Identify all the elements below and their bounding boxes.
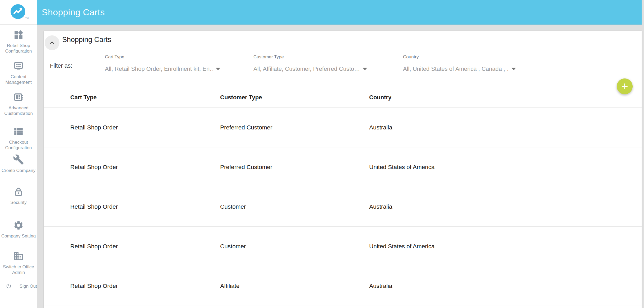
cell-cart-type: Retail Shop Order xyxy=(70,283,220,290)
widgets-icon xyxy=(13,30,24,40)
cart-type-filter-label: Cart Type xyxy=(105,54,220,60)
cell-country: United States of America xyxy=(369,243,642,250)
sidebar-item-security[interactable]: Security xyxy=(0,186,37,205)
collapse-panel-button[interactable] xyxy=(45,35,59,50)
table-row[interactable]: Retail Shop Order Affiliate Australia xyxy=(44,266,642,306)
chevron-up-icon xyxy=(48,39,56,47)
lock-icon xyxy=(13,186,24,197)
dropdown-arrow-icon xyxy=(363,68,367,70)
sidebar-item-label: Retail Shop Configuration xyxy=(0,43,37,54)
sidebar-item-sign-out[interactable]: Sign Out xyxy=(0,283,37,289)
filter-bar: Filter as: Cart Type All, Retail Shop Or… xyxy=(44,48,642,87)
country-filter-value: All, United States of America , Canada ,… xyxy=(403,66,508,72)
cell-customer-type: Customer xyxy=(220,203,369,210)
app-logo: TM xyxy=(0,0,37,25)
sidebar-item-advanced-customization[interactable]: Advanced Customization xyxy=(0,92,37,116)
dropdown-arrow-icon xyxy=(511,68,516,70)
dropdown-arrow-icon xyxy=(216,68,220,70)
trending-up-logo-icon xyxy=(10,4,26,20)
customer-type-filter-label: Customer Type xyxy=(253,54,367,60)
view-list-icon xyxy=(13,126,24,137)
sidebar-item-create-company[interactable]: Create Company xyxy=(0,154,37,173)
column-header-cart-type: Cart Type xyxy=(70,94,220,101)
sidebar-item-content-management[interactable]: Content Management xyxy=(0,61,37,85)
add-shopping-cart-button[interactable]: + xyxy=(617,78,633,94)
cell-country: United States of America xyxy=(369,164,642,171)
cell-cart-type: Retail Shop Order xyxy=(70,124,220,131)
sidebar-item-label: Checkout Configuration xyxy=(0,139,37,151)
column-header-customer-type: Customer Type xyxy=(220,94,369,101)
cart-type-filter-dropdown[interactable]: Cart Type All, Retail Shop Order, Enroll… xyxy=(105,54,220,76)
sidebar-item-label: Switch to Office Admin xyxy=(0,264,37,275)
sidebar-item-label: Sign Out xyxy=(20,283,37,289)
sidebar-item-checkout-configuration[interactable]: Checkout Configuration xyxy=(0,126,37,151)
cell-country: Australia xyxy=(369,124,642,131)
power-icon xyxy=(6,283,12,289)
logo-tm-text: TM xyxy=(25,17,29,19)
cell-cart-type: Retail Shop Order xyxy=(70,243,220,250)
sidebar: TM Retail Shop Configuration Content Man… xyxy=(0,0,37,308)
sidebar-item-label: Content Management xyxy=(0,74,37,85)
table-row[interactable]: Retail Shop Order Preferred Customer Uni… xyxy=(44,147,642,187)
customer-type-filter-value: All, Affiliate, Customer, Preferred Cust… xyxy=(253,66,359,72)
wrench-icon xyxy=(13,154,24,165)
building-icon xyxy=(13,251,24,262)
shopping-carts-panel: Shopping Carts Filter as: Cart Type All,… xyxy=(44,31,642,308)
cell-cart-type: Retail Shop Order xyxy=(70,203,220,210)
top-app-bar: Shopping Carts xyxy=(37,0,642,25)
cell-cart-type: Retail Shop Order xyxy=(70,164,220,171)
gear-icon xyxy=(13,220,24,231)
developer-board-icon xyxy=(13,92,24,102)
sidebar-item-company-setting[interactable]: Company Setting xyxy=(0,220,37,239)
table-row[interactable]: Retail Shop Order Preferred Customer Aus… xyxy=(44,108,642,147)
table-row[interactable]: Retail Shop Order Customer United States… xyxy=(44,227,642,266)
column-header-country: Country xyxy=(369,94,642,101)
panel-header: Shopping Carts xyxy=(44,31,642,48)
cell-customer-type: Affiliate xyxy=(220,283,369,290)
filter-as-label: Filter as: xyxy=(50,62,72,69)
page-title: Shopping Carts xyxy=(42,7,105,17)
sidebar-item-label: Create Company xyxy=(0,168,37,173)
cell-country: Australia xyxy=(369,283,642,290)
cart-type-filter-value: All, Retail Shop Order, Enrollment kit, … xyxy=(105,66,212,72)
cell-customer-type: Preferred Customer xyxy=(220,164,369,171)
table-row[interactable]: Retail Shop Order Customer Australia xyxy=(44,187,642,227)
customer-type-filter-dropdown[interactable]: Customer Type All, Affiliate, Customer, … xyxy=(253,54,367,76)
country-filter-label: Country xyxy=(403,54,516,60)
sidebar-item-label: Security xyxy=(0,200,37,205)
sidebar-item-retail-shop-configuration[interactable]: Retail Shop Configuration xyxy=(0,30,37,54)
content-monitor-icon xyxy=(13,61,24,71)
sidebar-item-switch-to-office-admin[interactable]: Switch to Office Admin xyxy=(0,251,37,275)
country-filter-dropdown[interactable]: Country All, United States of America , … xyxy=(403,54,516,76)
panel-title: Shopping Carts xyxy=(62,31,111,48)
sidebar-item-label: Company Setting xyxy=(0,233,37,239)
sidebar-item-label: Advanced Customization xyxy=(0,105,37,116)
table-header-row: Cart Type Customer Type Country xyxy=(44,87,642,108)
cell-country: Australia xyxy=(369,203,642,210)
cell-customer-type: Customer xyxy=(220,243,369,250)
cell-customer-type: Preferred Customer xyxy=(220,124,369,131)
